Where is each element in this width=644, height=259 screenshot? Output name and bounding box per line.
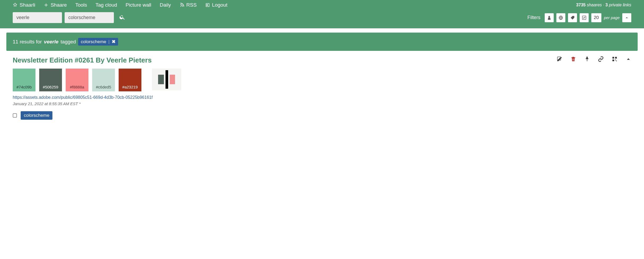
main-nav: Shaarli Shaare Tools Tag cloud Picture w… [13,2,576,8]
check-square-icon [582,15,587,20]
results-tag-chip[interactable]: colorscheme | ✖ [78,38,118,46]
private-icon [547,15,552,20]
globe-icon [558,15,563,20]
swatch-hex-label: #74c09b [16,85,32,91]
qrcode-icon [612,56,618,62]
filters-label: Filters [527,15,540,20]
entry-url[interactable]: https://assets.adobe.com/public/69805c51… [13,95,631,100]
results-tagged-label: tagged [61,39,76,45]
rss-link[interactable]: RSS [180,2,197,8]
svg-rect-7 [615,60,616,60]
svg-rect-6 [612,60,614,61]
chevron-up-icon [625,56,631,62]
link-entry: Newsletter Edition #0261 By Veerle Piete… [6,51,638,125]
logout-link[interactable]: Logout [205,2,227,8]
perpage-label: per page [604,15,620,20]
filter-untagged-button[interactable] [568,13,577,22]
chevron-up-icon [624,15,629,20]
results-term: veerle [44,39,59,45]
qrcode-button[interactable] [612,56,618,63]
trash-icon [570,56,576,62]
tag-icon [570,15,575,20]
tagcloud-link[interactable]: Tag cloud [96,2,117,8]
search-button[interactable] [117,14,128,21]
entry-title[interactable]: Newsletter Edition #0261 By Veerle Piete… [13,56,557,64]
entry-actions [557,56,631,63]
app-header: Shaarli Shaare Tools Tag cloud Picture w… [0,0,644,28]
brand-link[interactable]: Shaarli [13,2,35,8]
svg-point-0 [180,6,181,7]
svg-rect-4 [612,57,614,59]
rss-icon [180,3,184,7]
delete-button[interactable] [570,56,576,63]
swatch-hex-label: #a23219 [122,85,138,91]
edit-icon [557,56,562,62]
search-text-input[interactable] [13,12,62,23]
select-checkbox[interactable] [13,113,17,118]
picturewall-link[interactable]: Picture wall [126,2,151,8]
pin-icon [584,56,590,62]
color-swatch: #f8888a [66,69,88,91]
swatch-hex-label: #506259 [43,85,58,91]
svg-rect-5 [615,57,617,59]
filter-private-button[interactable] [545,13,554,22]
remove-tag-icon[interactable]: ✖ [112,39,115,44]
search-tag-input[interactable] [65,12,114,23]
plus-icon [44,3,48,7]
link-icon [598,56,604,62]
logout-icon [205,3,210,7]
edit-button[interactable] [557,56,562,63]
stats-text: 3735 shaares · 3 private links [576,3,631,7]
tools-link[interactable]: Tools [75,2,87,8]
results-tag-label: colorscheme [81,39,106,44]
private-count: 3 [605,3,608,7]
permalink-button[interactable] [598,56,604,63]
filter-public-button[interactable] [556,13,565,22]
shaare-link[interactable]: Shaare [44,2,67,8]
color-swatches: #74c09b#506259#f8888a#c6ded5#a23219 [13,69,631,91]
daily-link[interactable]: Daily [160,2,171,8]
entry-date: January 21, 2022 at 8:55:35 AM EST * [13,101,631,106]
color-swatch: #506259 [39,69,62,91]
color-swatch: #c6ded5 [92,69,115,91]
results-banner: 11 results for veerle tagged colorscheme… [6,33,638,51]
color-swatch: #a23219 [119,69,141,91]
color-swatch: #74c09b [13,69,35,91]
svg-rect-8 [616,61,617,61]
swatch-hex-label: #f8888a [70,85,84,91]
entry-tag[interactable]: colorscheme [21,111,52,120]
results-prefix: 11 results for [13,39,42,45]
filter-select-button[interactable] [580,13,589,22]
logout-label: Logout [212,2,227,8]
perpage-input[interactable] [591,13,601,22]
fold-all-button[interactable] [622,13,631,22]
swatch-hex-label: #c6ded5 [96,85,111,91]
search-icon [119,14,126,20]
rss-label: RSS [186,2,197,8]
shaares-count: 3735 [576,3,586,7]
brand-label: Shaarli [20,2,35,8]
entry-thumbnail [152,69,181,90]
brand-icon [13,3,17,7]
shaare-label: Shaare [51,2,67,8]
fold-button[interactable] [625,56,631,63]
pin-button[interactable] [584,56,590,63]
